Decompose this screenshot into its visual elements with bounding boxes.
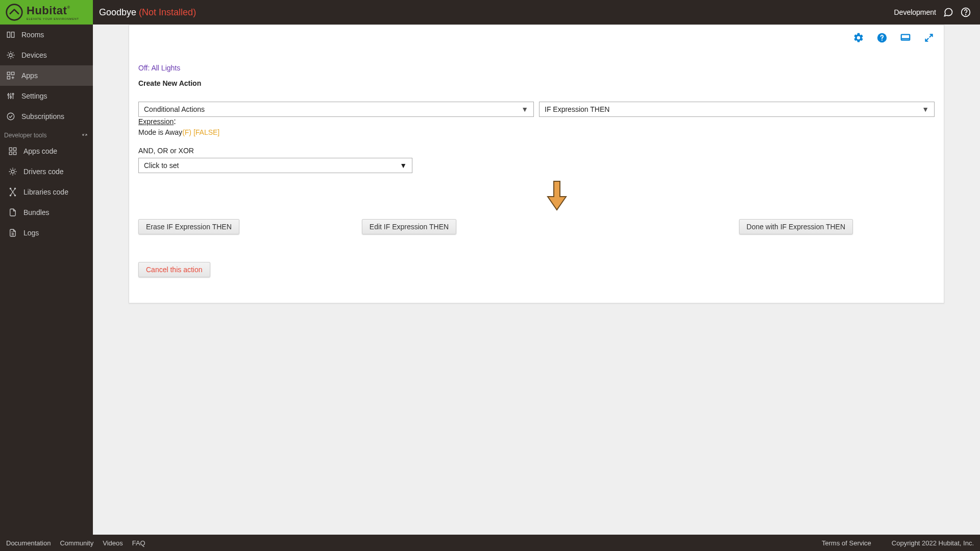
apps-code-icon xyxy=(8,147,17,156)
logo[interactable]: Hubitat ® ELEVATE YOUR ENVIRONMENT xyxy=(0,0,93,25)
sidebar-label: Rooms xyxy=(21,31,44,39)
sidebar-item-rooms[interactable]: Rooms xyxy=(0,25,93,45)
help-icon[interactable] xyxy=(961,7,971,17)
svg-rect-14 xyxy=(14,148,16,150)
page-title: Goodbye (Not Installed) xyxy=(99,7,196,18)
edit-button[interactable]: Edit IF Expression THEN xyxy=(362,219,456,234)
settings-icon xyxy=(6,91,15,101)
app-name: Goodbye xyxy=(99,7,136,17)
sidebar: Rooms Devices Apps Settings Subscription… xyxy=(0,25,93,535)
svg-rect-6 xyxy=(7,72,10,75)
select-value: Click to set xyxy=(144,161,179,170)
parent-link[interactable]: Off: All Lights xyxy=(138,64,935,72)
drivers-code-icon xyxy=(8,167,17,176)
erase-button[interactable]: Erase IF Expression THEN xyxy=(138,219,239,234)
colon: : xyxy=(174,117,176,126)
install-status: (Not Installed) xyxy=(139,7,196,17)
sidebar-label: Logs xyxy=(23,229,39,237)
svg-point-0 xyxy=(7,5,22,20)
logs-icon xyxy=(8,228,17,237)
chat-icon[interactable] xyxy=(943,7,953,17)
sidebar-label: Libraries code xyxy=(23,188,68,196)
svg-point-17 xyxy=(11,170,14,173)
done-button[interactable]: Done with IF Expression THEN xyxy=(739,219,853,234)
rooms-icon xyxy=(6,30,15,39)
expression-block: Expression: Mode is Away(F) [FALSE] xyxy=(138,117,935,136)
question-icon[interactable] xyxy=(876,32,888,43)
svg-point-11 xyxy=(12,93,14,95)
brand-reg: ® xyxy=(67,5,70,10)
env-label: Development xyxy=(894,8,937,16)
select-value: IF Expression THEN xyxy=(545,105,609,113)
caret-down-icon: ▼ xyxy=(521,105,528,113)
sidebar-item-subscriptions[interactable]: Subscriptions xyxy=(0,106,93,127)
sidebar-item-drivers-code[interactable]: Drivers code xyxy=(0,161,93,182)
screen-icon[interactable] xyxy=(900,32,911,43)
caret-down-icon: ▼ xyxy=(922,105,929,113)
sidebar-label: Bundles xyxy=(23,208,50,217)
brand-name: Hubitat xyxy=(27,4,67,17)
footer-docs[interactable]: Documentation xyxy=(6,539,51,547)
sidebar-label: Subscriptions xyxy=(21,112,64,121)
sidebar-label: Apps code xyxy=(23,147,57,155)
section-title: Create New Action xyxy=(138,79,935,87)
svg-point-12 xyxy=(7,113,14,120)
card-toolbar xyxy=(853,32,935,43)
button-row: Erase IF Expression THEN Edit IF Express… xyxy=(138,219,935,234)
sidebar-label: Settings xyxy=(21,92,47,100)
svg-point-9 xyxy=(8,94,9,95)
footer-videos[interactable]: Videos xyxy=(103,539,123,547)
collapse-icon[interactable] xyxy=(82,132,88,139)
sidebar-item-libraries-code[interactable]: Libraries code xyxy=(0,182,93,202)
footer-community[interactable]: Community xyxy=(60,539,93,547)
cancel-button[interactable]: Cancel this action xyxy=(138,262,210,277)
svg-point-23 xyxy=(881,39,883,40)
action-type-select[interactable]: Conditional Actions ▼ xyxy=(138,102,534,117)
svg-rect-8 xyxy=(7,77,10,79)
svg-rect-15 xyxy=(9,152,12,155)
libraries-code-icon xyxy=(8,187,17,197)
svg-rect-4 xyxy=(12,32,14,38)
svg-rect-7 xyxy=(12,72,14,75)
action-subtype-select[interactable]: IF Expression THEN ▼ xyxy=(539,102,935,117)
svg-rect-13 xyxy=(9,148,12,150)
sidebar-item-apps-code[interactable]: Apps code xyxy=(0,141,93,161)
svg-rect-3 xyxy=(7,32,10,38)
and-or-xor-select[interactable]: Click to set ▼ xyxy=(138,158,412,173)
pointer-arrow-icon xyxy=(546,180,568,211)
apps-icon xyxy=(6,71,15,80)
sidebar-section-developer: Developer tools xyxy=(0,127,93,141)
footer-copyright: Copyright 2022 Hubitat, Inc. xyxy=(892,539,974,547)
footer-tos[interactable]: Terms of Service xyxy=(822,539,871,547)
expr-body: Mode is Away xyxy=(138,128,182,136)
sidebar-item-apps[interactable]: Apps xyxy=(0,65,93,86)
devices-icon xyxy=(6,51,15,60)
bundles-icon xyxy=(8,208,17,217)
select-value: Conditional Actions xyxy=(144,105,205,113)
and-or-xor-label: AND, OR or XOR xyxy=(138,147,935,155)
svg-point-10 xyxy=(10,97,12,98)
expression-text: Mode is Away(F) [FALSE] xyxy=(138,128,935,136)
sidebar-label: Devices xyxy=(21,51,47,59)
footer-faq[interactable]: FAQ xyxy=(132,539,145,547)
sidebar-item-bundles[interactable]: Bundles xyxy=(0,202,93,223)
logo-icon xyxy=(5,3,23,21)
sidebar-item-settings[interactable]: Settings xyxy=(0,86,93,106)
brand-tag: ELEVATE YOUR ENVIRONMENT xyxy=(27,17,79,20)
gear-icon[interactable] xyxy=(853,32,864,43)
content-card: Off: All Lights Create New Action Condit… xyxy=(129,25,944,303)
expand-icon[interactable] xyxy=(923,32,935,43)
sidebar-item-logs[interactable]: Logs xyxy=(0,223,93,243)
main-content: Off: All Lights Create New Action Condit… xyxy=(93,25,980,535)
svg-point-2 xyxy=(966,14,966,15)
expr-flag: (F) [FALSE] xyxy=(182,128,219,136)
caret-down-icon: ▼ xyxy=(400,161,407,170)
footer-bar: Documentation Community Videos FAQ Terms… xyxy=(0,535,980,551)
section-label: Developer tools xyxy=(4,132,46,139)
sidebar-label: Drivers code xyxy=(23,167,64,176)
sidebar-label: Apps xyxy=(21,71,38,80)
subscriptions-icon xyxy=(6,112,15,121)
header-bar: Hubitat ® ELEVATE YOUR ENVIRONMENT Goodb… xyxy=(0,0,980,25)
sidebar-item-devices[interactable]: Devices xyxy=(0,45,93,65)
svg-rect-16 xyxy=(14,152,16,155)
